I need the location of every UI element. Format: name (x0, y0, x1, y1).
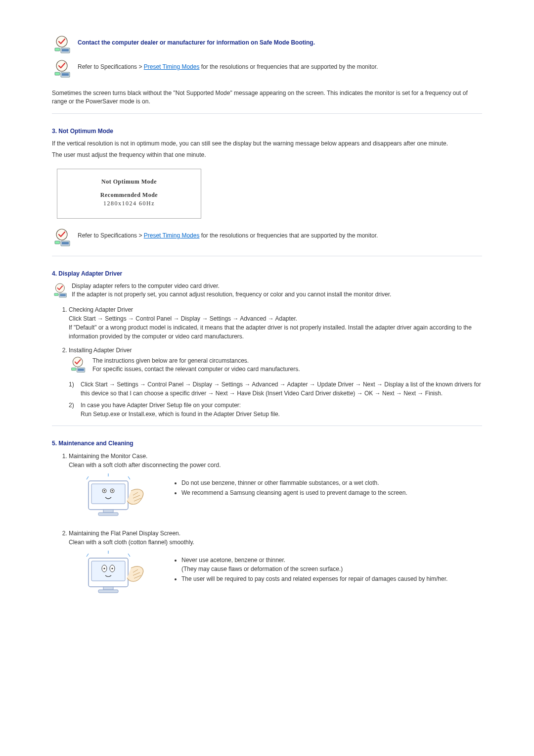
maintenance-item-1: Maintaining the Monitor Case. Clean with… (69, 452, 482, 523)
adapter-step-2-tip: The instructions given below are for gen… (69, 356, 482, 376)
tip-adapter-intro: Display adapter refers to the computer v… (52, 282, 482, 300)
tip-safe-mode-text: Contact the computer dealer or manufactu… (78, 35, 482, 47)
svg-rect-15 (60, 294, 65, 296)
checkmark-monitor-icon (52, 228, 78, 249)
svg-rect-21 (91, 484, 125, 504)
svg-point-34 (103, 567, 105, 569)
adapter-intro-l1: Display adapter refers to the computer v… (72, 283, 220, 289)
svg-point-35 (111, 567, 113, 569)
maint2-b1a: Never use acetone, benzene or thinner. (181, 557, 285, 564)
adapter-step-1-after: If "Default" or a wrong product model is… (69, 324, 472, 340)
svg-rect-7 (62, 73, 69, 76)
maint2-b2: The user will be required to pay costs a… (181, 574, 482, 583)
tip-specs-1-post: for the resolutions or frequencies that … (199, 63, 378, 70)
tip-specs-2-text: Refer to Specifications > Preset Timing … (78, 228, 482, 240)
maint2-row: Never use acetone, benzene or thinner. (… (84, 551, 482, 600)
tip-specs-1-pre: Refer to Specifications > (78, 63, 144, 70)
tip-specs-1: Refer to Specifications > Preset Timing … (52, 59, 482, 80)
install-substep-1-path: Click Start → Settings → Control Panel →… (81, 381, 481, 397)
install-substep-1: 1) Click Start → Settings → Control Pane… (69, 380, 482, 398)
divider (52, 425, 482, 426)
divider (52, 256, 482, 256)
maint1-b1: Do not use benzene, thinner or other fla… (181, 478, 482, 487)
tip-specs-2-pre: Refer to Specifications > (78, 232, 144, 239)
section-5-title: 5. Maintenance and Cleaning (52, 440, 482, 447)
mode-line2: Recommended Mode (62, 191, 196, 199)
adapter-step-1: Checking Adapter Driver Click Start → Se… (69, 305, 482, 341)
section-maintenance: 5. Maintenance and Cleaning Maintaining … (52, 440, 482, 600)
maint1-row: Do not use benzene, thinner or other fla… (84, 473, 482, 523)
adapter-intro-l2: If the adapter is not properly set, you … (72, 291, 391, 298)
section-3-p2: The user must adjust the frequency withi… (52, 151, 482, 159)
tip-specs-2-post: for the resolutions or frequencies that … (199, 232, 378, 239)
install-substep-2-l2: Run Setup.exe or Install.exe, which is f… (81, 411, 280, 418)
checking-adapter-path: Click Start → Settings → Control Panel →… (69, 315, 297, 322)
svg-rect-9 (55, 241, 60, 244)
install-substep-2-l1: In case you have Adapter Driver Setup fi… (81, 402, 241, 409)
maintenance-item-2: Maintaining the Flat Panel Display Scree… (69, 529, 482, 600)
maint2-bullets: Never use acetone, benzene or thinner. (… (173, 551, 482, 584)
adapter-step-1-title: Checking Adapter Driver (69, 306, 133, 313)
install-substep-2: 2) In case you have Adapter Driver Setup… (69, 401, 482, 419)
maint1-bullets: Do not use benzene, thinner or other fla… (173, 473, 482, 498)
svg-rect-30 (103, 587, 113, 590)
maint2-b1b: (They may cause flaws or deformation of … (181, 566, 343, 572)
tip-specs-1-text: Refer to Specifications > Preset Timing … (78, 59, 482, 71)
checkmark-monitor-icon (52, 35, 78, 56)
svg-rect-22 (103, 510, 113, 513)
mode-warning-box: Not Optimum Mode Recommended Mode 1280x1… (57, 169, 201, 219)
adapter-step-2: Installing Adapter Driver The instructio… (69, 346, 482, 419)
svg-rect-3 (62, 49, 69, 51)
svg-rect-31 (98, 590, 118, 593)
preset-timing-modes-link-2[interactable]: Preset Timing Modes (144, 232, 200, 239)
checkmark-monitor-icon (69, 356, 92, 376)
tip-safe-mode: Contact the computer dealer or manufactu… (52, 35, 482, 56)
svg-rect-23 (98, 513, 118, 516)
maint1-l2: Clean with a soft cloth after disconnect… (69, 462, 221, 469)
section-4-title: 4. Display Adapter Driver (52, 270, 482, 277)
tip-specs-2: Refer to Specifications > Preset Timing … (52, 228, 482, 249)
adapter-tip-l2: For specific issues, contact the relevan… (92, 366, 300, 373)
divider (52, 113, 482, 114)
svg-rect-11 (62, 242, 69, 244)
svg-rect-29 (91, 561, 125, 581)
adapter-step-2-title: Installing Adapter Driver (69, 347, 132, 354)
adapter-steps: Checking Adapter Driver Click Start → Se… (52, 305, 482, 419)
install-substeps: 1) Click Start → Settings → Control Pane… (69, 380, 482, 419)
maint2-b1: Never use acetone, benzene or thinner. (… (181, 556, 482, 573)
maint2-l2: Clean with a soft cloth (cotton flannel)… (69, 539, 194, 546)
maint1-l1: Maintaining the Monitor Case. (69, 453, 147, 460)
svg-rect-13 (54, 293, 58, 295)
checkmark-monitor-icon (52, 282, 72, 300)
adapter-step-2-tip-text: The instructions given below are for gen… (92, 356, 482, 374)
section-display-adapter: 4. Display Adapter Driver Display adapte… (52, 270, 482, 426)
section-not-optimum: 3. Not Optimum Mode If the vertical reso… (52, 128, 482, 256)
sometimes-note: Sometimes the screen turns black without… (52, 89, 482, 106)
monitor-cleaning-icon (84, 473, 158, 523)
mode-line1: Not Optimum Mode (62, 178, 196, 186)
svg-rect-5 (55, 72, 60, 75)
section-3-p1: If the vertical resolution is not in opt… (52, 140, 482, 148)
svg-rect-17 (72, 368, 76, 370)
maint1-b2: We recommend a Samsung cleansing agent i… (181, 488, 482, 497)
maint2-l1: Maintaining the Flat Panel Display Scree… (69, 530, 180, 537)
monitor-cleaning-icon (84, 551, 158, 600)
svg-rect-19 (78, 369, 84, 371)
page-content: Contact the computer dealer or manufactu… (52, 0, 482, 636)
preset-timing-modes-link[interactable]: Preset Timing Modes (144, 63, 200, 70)
adapter-tip-l1: The instructions given below are for gen… (92, 357, 249, 364)
checkmark-monitor-icon (52, 59, 78, 80)
maintenance-list: Maintaining the Monitor Case. Clean with… (52, 452, 482, 600)
svg-rect-1 (55, 48, 60, 51)
mode-line3: 1280x1024 60Hz (62, 200, 196, 207)
svg-point-26 (104, 490, 105, 491)
section-3-title: 3. Not Optimum Mode (52, 128, 482, 135)
svg-point-27 (112, 490, 113, 491)
tip-adapter-intro-text: Display adapter refers to the computer v… (72, 282, 482, 299)
